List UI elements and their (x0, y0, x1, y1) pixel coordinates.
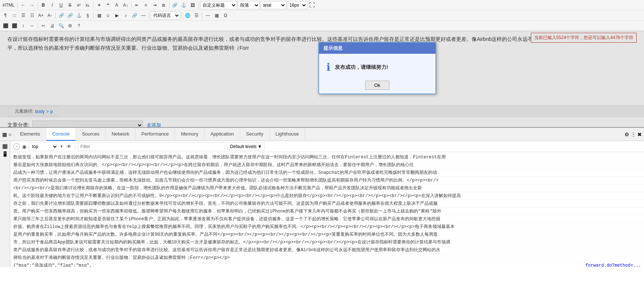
tab-console[interactable]: Console (46, 128, 76, 141)
devtools-more-button[interactable]: ⋮ (631, 131, 636, 137)
tab-elements[interactable]: Elements (14, 128, 46, 141)
audio-button[interactable]: ♪ (122, 11, 130, 20)
link-button[interactable]: 🔗 (171, 1, 179, 9)
align-right-button[interactable]: ⇥ (151, 1, 159, 9)
help-button[interactable]: ? (75, 22, 83, 30)
grid-button[interactable]: ▦ (213, 11, 221, 20)
list-ul-button[interactable]: ☰ (19, 11, 27, 20)
indent-button[interactable]: □ (10, 11, 18, 20)
add-category-link[interactable]: 去添加 (147, 122, 161, 127)
table-button[interactable]: ▦ (95, 11, 103, 20)
console-line: 择恰当的基准对于准确判断留存情况至关重要。行业出版物、贸易协会以及诸如弗雷斯特（… (10, 254, 644, 262)
anchor-button[interactable]: ⚓ (180, 1, 188, 9)
char-count-text: 当前已输入5524个字符，您还可以输入4476个字符 (534, 35, 633, 40)
sep (202, 12, 202, 19)
console-line: 类产品或服务的最高留存率进行比较，或者与成功的竞争对手的留存率进行比较。这些基准… (10, 246, 644, 254)
filter-sep: | (74, 144, 76, 149)
font-size-select[interactable]: 16px (287, 1, 307, 9)
log-level-select[interactable]: Default levels ▼ (227, 143, 265, 151)
omega-button[interactable]: Ω (221, 11, 230, 20)
console-line: 存之前，我们先要讨论增长团队需要跟踪哪些数据以及如何通过分析数据来寻找可尝试的增… (10, 200, 644, 208)
console-clear-button[interactable]: ○ (13, 143, 20, 150)
list-ol-button[interactable]: ☷ (28, 11, 36, 20)
align-justify-button[interactable]: ≣ (160, 1, 168, 9)
element-path-sep: > (46, 109, 49, 114)
eye-icon[interactable]: 👁 (66, 143, 72, 150)
indent-dec-button[interactable]: ⬛ (1, 22, 10, 30)
console-stop-button[interactable]: ◉ (22, 144, 27, 150)
cut-button[interactable]: ✂ (39, 22, 48, 30)
sep (93, 2, 94, 8)
unlink-button[interactable]: 🔗 (66, 11, 74, 20)
devtools-panel-icon[interactable]: ▦ (2, 131, 7, 137)
format-select[interactable]: 段落 (238, 1, 260, 9)
font-color-button[interactable]: A (113, 1, 121, 9)
console-line: 册后是如何大张旗鼓地鼓励他们再次访问的。</p><p><br/></p><p><… (10, 161, 644, 169)
tab-sources[interactable]: Sources (76, 128, 106, 141)
redo-button[interactable]: → (28, 1, 36, 9)
devtools-settings-button[interactable]: ⚙ (624, 131, 629, 137)
font-size-dec-button[interactable]: A↓ (122, 1, 130, 9)
context-selector-wrap: top ▼ (29, 143, 63, 151)
section-button[interactable]: § (84, 11, 92, 20)
article-category-select[interactable] (32, 120, 143, 127)
find-button[interactable]: 🔍 (57, 22, 65, 30)
font-dec2-button[interactable]: A- (46, 11, 54, 20)
dialog-ok-button[interactable]: Ok (365, 81, 390, 90)
link2-button[interactable]: 🔗 (57, 11, 65, 20)
code-lang-select[interactable]: 代码语言 (151, 11, 180, 20)
paragraph-mark-button[interactable]: ¶ (1, 11, 10, 20)
align-left-button[interactable]: ⇤ (133, 1, 141, 9)
tab-network[interactable]: Network (106, 128, 136, 141)
html-button[interactable]: HTML (1, 1, 16, 9)
console-filter-input[interactable] (78, 143, 225, 151)
devtools-dock-button[interactable]: ✖ (637, 131, 642, 137)
context-select[interactable]: top (29, 143, 58, 151)
superscript-button[interactable]: x² (75, 1, 83, 9)
blockquote-button[interactable]: ❝ (104, 1, 112, 9)
image-button[interactable]: 🖼 (189, 1, 197, 9)
tab-application[interactable]: Application (204, 128, 240, 141)
media-button[interactable]: ▶ (113, 11, 121, 20)
element-path-p[interactable]: p (50, 109, 53, 114)
bold-button[interactable]: B (39, 1, 48, 9)
font-family-select[interactable]: arial (260, 1, 286, 9)
menu-button[interactable]: ☰ (192, 11, 200, 20)
maximize-button[interactable]: ⛶ (308, 1, 316, 9)
print-button[interactable]: 🖨 (48, 22, 56, 30)
console-toolbar: ○ ◉ top ▼ 👁 | Default levels ▼ (10, 141, 644, 152)
sep (198, 2, 199, 8)
indent-inc-button[interactable]: ⬛ (10, 22, 18, 30)
toolbar-row-1: HTML ← → B I U S x² x₂ ✦ ❝ A A↓ ⇤ ≡ ⇥ ≣ … (0, 0, 644, 10)
align-center-button[interactable]: ≡ (142, 1, 150, 9)
row-height-button[interactable]: ↕ (19, 22, 27, 30)
globe-button[interactable]: 🌐 (183, 11, 192, 20)
devtools-inspect-button[interactable]: ▦ (2, 143, 8, 150)
strikethrough-button[interactable]: S (66, 1, 74, 9)
heading-select[interactable]: 自定义标题 (200, 1, 237, 9)
highlight-button[interactable]: ✦ (95, 1, 103, 9)
forward-link[interactable]: forward.do?method=... (585, 262, 641, 267)
sep (17, 2, 18, 8)
devtools-device-button[interactable]: 📱 (2, 151, 8, 157)
hr2-button[interactable]: — (204, 11, 212, 20)
tab-memory[interactable]: Memory (175, 128, 204, 141)
font-inc-button[interactable]: A+ (37, 11, 45, 20)
hr-button[interactable]: — (139, 11, 147, 20)
anchor2-button[interactable]: ⚓ (75, 11, 83, 20)
file-link-button[interactable]: 🔗 (130, 11, 139, 20)
undo-button[interactable]: ← (19, 1, 27, 9)
devtools-close-icon[interactable]: ○ (8, 131, 11, 137)
emoji-button[interactable]: ☺ (104, 11, 112, 20)
tab-lighthouse[interactable]: Lighthouse (270, 128, 305, 141)
tab-security[interactable]: Security (240, 128, 270, 141)
console-line: 是用户的重复购买率，比如用户每月购买产品的次数。许多电商企业计算90天内的重复购… (10, 231, 644, 239)
tab-performance[interactable]: Performance (136, 128, 175, 141)
italic-button[interactable]: I (48, 1, 56, 9)
settings-button[interactable]: ⚙ (66, 22, 74, 30)
devtools-body: ▦ 📱 ○ ◉ top ▼ 👁 | Default levels (0, 141, 644, 267)
element-path-body[interactable]: body (35, 109, 45, 114)
col-width-button[interactable]: ↔ (28, 22, 36, 30)
underline-button[interactable]: U (57, 1, 65, 9)
subscript-button[interactable]: x₂ (84, 1, 92, 9)
